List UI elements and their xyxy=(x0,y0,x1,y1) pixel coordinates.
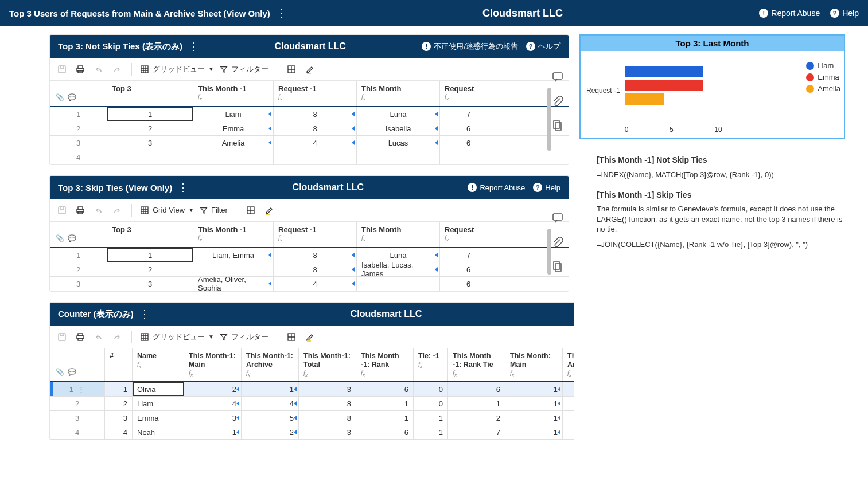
cell[interactable]: 2 xyxy=(448,411,505,425)
cell[interactable]: Lucas xyxy=(357,136,440,150)
undo-icon[interactable] xyxy=(92,63,105,76)
print-icon[interactable] xyxy=(74,63,87,76)
widget-menu-icon[interactable]: ⋮ xyxy=(139,308,150,320)
cell[interactable]: 8 xyxy=(274,248,357,262)
highlight-icon[interactable] xyxy=(263,204,275,217)
col-header[interactable]: Top 3 xyxy=(112,84,188,93)
layout-icon[interactable] xyxy=(285,331,298,343)
table-row[interactable]: 33Amelia, Oliver, Sophia46 xyxy=(50,277,569,291)
cell[interactable]: 8 xyxy=(274,107,357,121)
highlight-icon[interactable] xyxy=(303,331,316,343)
cell[interactable]: Luna xyxy=(357,248,440,262)
report-abuse-link[interactable]: ! Report Abuse xyxy=(759,9,820,18)
cell[interactable]: 7 xyxy=(448,425,505,439)
cell[interactable]: Isabella, Lucas, James xyxy=(357,262,440,276)
cell[interactable]: 6 xyxy=(448,382,505,396)
comments-panel-icon[interactable] xyxy=(551,70,564,83)
widget-help[interactable]: ?Help xyxy=(533,183,560,192)
col-header[interactable]: This Month: Archive xyxy=(567,352,574,369)
cell[interactable]: 3 xyxy=(299,425,356,439)
cell[interactable]: 1 xyxy=(105,382,133,396)
cell[interactable]: 3 xyxy=(105,411,133,425)
cell[interactable]: 2 xyxy=(105,397,133,410)
cell[interactable]: Olivia xyxy=(133,382,184,396)
col-header[interactable]: This Month: Main xyxy=(510,352,558,369)
row-number[interactable]: 2 xyxy=(50,262,107,276)
row-number[interactable]: 3 xyxy=(50,411,105,425)
redo-icon[interactable] xyxy=(111,63,123,76)
col-header[interactable]: This Month-1: Total xyxy=(303,352,351,369)
cell[interactable]: 0 xyxy=(563,425,574,439)
col-header[interactable]: Tie: -1 xyxy=(418,352,443,360)
cell[interactable]: 8 xyxy=(299,397,356,410)
widget-help[interactable]: ?ヘルプ xyxy=(526,41,560,52)
save-icon[interactable] xyxy=(56,204,68,217)
col-header[interactable]: Top 3 xyxy=(112,225,188,234)
cell[interactable]: 1 xyxy=(356,397,414,410)
cell[interactable]: 1 xyxy=(414,411,448,425)
cell[interactable]: Liam xyxy=(193,107,274,121)
cell[interactable]: 7 xyxy=(440,248,497,262)
widget-menu-icon[interactable]: ⋮ xyxy=(188,40,198,53)
widget-menu-icon[interactable]: ⋮ xyxy=(178,181,188,194)
row-number[interactable]: 3 xyxy=(50,136,107,150)
cell[interactable]: 5 xyxy=(242,411,299,425)
cell[interactable]: 4 xyxy=(184,397,242,410)
grid-view-dropdown[interactable]: グリッドビュー ▼ xyxy=(140,332,214,342)
row-number[interactable]: 4 xyxy=(50,150,107,164)
redo-icon[interactable] xyxy=(111,331,123,343)
table-row[interactable]: 33Emma3581121011 xyxy=(50,411,574,425)
col-header[interactable]: This Month xyxy=(361,225,435,234)
table-row[interactable]: 22Emma8Isabella6 xyxy=(50,121,569,136)
cell[interactable] xyxy=(193,262,274,276)
help-link[interactable]: ? Help xyxy=(830,9,859,18)
cell[interactable]: 3 xyxy=(184,411,242,425)
cell[interactable]: Amelia xyxy=(193,136,274,150)
col-header[interactable]: Request xyxy=(445,84,492,93)
cell[interactable]: Isabella xyxy=(357,121,440,135)
cell[interactable]: Emma xyxy=(193,121,274,135)
cell[interactable]: 8 xyxy=(299,411,356,425)
col-header[interactable]: Request xyxy=(445,225,492,234)
cell[interactable]: 4 xyxy=(242,397,299,410)
cell[interactable]: 0 xyxy=(563,397,574,410)
row-number[interactable]: 1 xyxy=(50,107,107,121)
cell[interactable]: 3 xyxy=(107,277,193,291)
attachments-panel-icon[interactable] xyxy=(551,236,564,248)
cell[interactable] xyxy=(440,150,497,164)
widget-report-abuse[interactable]: !不正使用/迷惑行為の報告 xyxy=(422,41,518,52)
cell[interactable]: 0 xyxy=(414,397,448,410)
cell[interactable]: 7 xyxy=(440,107,497,121)
grid-view-dropdown[interactable]: Grid View ▼ xyxy=(140,206,194,215)
save-icon[interactable] xyxy=(56,63,68,76)
col-header[interactable]: Name xyxy=(137,352,179,360)
undo-icon[interactable] xyxy=(92,204,105,217)
cell[interactable]: 6 xyxy=(440,262,497,276)
cell[interactable]: 1 xyxy=(242,382,299,396)
cell[interactable]: 1 xyxy=(505,411,563,425)
table-row[interactable]: 11Liam8Luna7 xyxy=(50,107,569,121)
highlight-icon[interactable] xyxy=(303,63,316,76)
row-number[interactable]: 1 xyxy=(50,248,107,262)
cell[interactable]: 1 xyxy=(505,382,563,396)
col-header[interactable]: This Month -1: Rank Tie xyxy=(453,352,500,369)
cell[interactable]: 6 xyxy=(440,121,497,135)
cell[interactable]: 0 xyxy=(563,382,574,396)
cell[interactable]: 6 xyxy=(440,136,497,150)
page-menu-icon[interactable]: ⋮ xyxy=(276,7,286,19)
filter-button[interactable]: フィルター xyxy=(220,64,268,75)
attachments-panel-icon[interactable] xyxy=(551,95,564,107)
cell[interactable]: 8 xyxy=(274,121,357,135)
cell[interactable]: Emma xyxy=(133,411,184,425)
cell[interactable]: Liam, Emma xyxy=(193,248,274,262)
cell[interactable]: 0 xyxy=(414,382,448,396)
undo-icon[interactable] xyxy=(92,331,105,343)
layout-icon[interactable] xyxy=(285,63,298,76)
cell[interactable]: 1 xyxy=(448,397,505,410)
col-header[interactable]: This Month-1: Main xyxy=(189,352,236,369)
cell[interactable]: 1 xyxy=(414,425,448,439)
col-header[interactable]: # xyxy=(110,352,127,360)
cell[interactable]: Amelia, Oliver, Sophia xyxy=(193,277,274,291)
cell[interactable]: 1 xyxy=(184,425,242,439)
cell[interactable]: 3 xyxy=(299,382,356,396)
